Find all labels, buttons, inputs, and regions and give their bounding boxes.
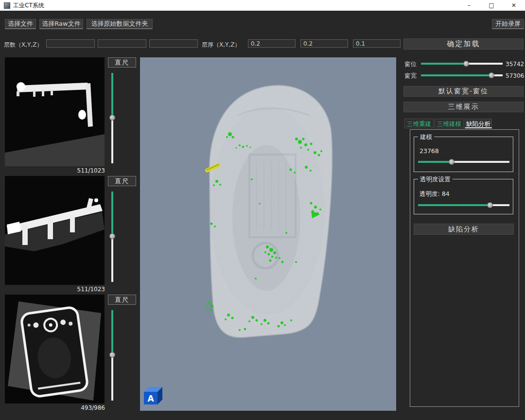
window-level-label: 窗位 (404, 60, 417, 69)
window-title: 工业CT系统 (13, 1, 44, 10)
window-width-label: 窗宽 (404, 72, 417, 80)
select-folder-button[interactable]: 选择原始数据文件夹 (87, 19, 153, 29)
close-button[interactable]: ✕ (503, 0, 525, 11)
window-level-value: 35742 (506, 61, 524, 68)
slider-handle[interactable] (449, 159, 455, 165)
slice-position-3: 493/986 (29, 404, 105, 411)
select-file-button[interactable]: 选择文件 (5, 19, 36, 29)
default-window-button[interactable]: 默认窗宽-窗位 (403, 86, 524, 97)
slider-fill (111, 192, 113, 237)
ct-slice-2-image[interactable] (5, 176, 105, 285)
minimize-button[interactable]: – (458, 0, 480, 11)
layers-label: 层数（X,Y,Z） (4, 41, 42, 49)
window-width-slider[interactable] (421, 72, 503, 79)
display-3d-button[interactable]: 三维展示 (403, 102, 524, 112)
modeling-group-title: 建模 (418, 133, 434, 141)
modeling-value: 23768 (420, 147, 439, 155)
ruler-button-3[interactable]: 直尺 (108, 295, 136, 305)
window-controls: – □ ✕ (458, 0, 525, 11)
logo-cube-icon: A (144, 387, 162, 404)
defect-analysis-button[interactable]: 缺陷分析 (414, 224, 514, 235)
slice-slider-2[interactable] (109, 192, 116, 282)
start-record-button[interactable]: 开始录屏 (492, 19, 524, 29)
transparency-slider[interactable] (418, 202, 509, 209)
thickness-label: 层厚（X,Y,Z） (202, 41, 240, 49)
slider-fill (418, 204, 490, 206)
ruler-button-2[interactable]: 直尺 (108, 176, 136, 186)
ruler-button-1[interactable]: 直尺 (108, 57, 136, 68)
slice-position-2: 511/1023 (29, 286, 105, 293)
tab-3d-modeling[interactable]: 三维建模 (435, 119, 464, 128)
window-level-slider[interactable] (421, 60, 503, 67)
layers-y-field[interactable] (98, 39, 146, 48)
modeling-slider[interactable] (418, 158, 509, 165)
ct-slice-1-graphic (5, 57, 105, 166)
layers-x-field[interactable] (46, 39, 95, 48)
thickness-x-field[interactable] (248, 39, 296, 48)
thickness-z-field[interactable] (353, 39, 401, 48)
reconstruction-3d-graphic: A (140, 57, 396, 411)
app-icon (4, 2, 10, 9)
slider-fill (418, 161, 452, 163)
maximize-button[interactable]: □ (480, 0, 503, 11)
slider-handle[interactable] (489, 72, 494, 78)
window-width-value: 57306 (506, 72, 524, 79)
slider-fill (421, 74, 492, 76)
slider-handle[interactable] (463, 61, 469, 67)
confirm-load-button[interactable]: 确定加载 (403, 38, 524, 50)
slider-handle[interactable] (109, 115, 115, 121)
select-raw-button[interactable]: 选择Raw文件 (39, 19, 83, 29)
thickness-y-field[interactable] (300, 39, 348, 48)
logo-letter: A (147, 394, 154, 403)
slider-fill (111, 73, 113, 118)
tab-3d-reconstruction[interactable]: 三维重建 (404, 119, 434, 128)
tab-defect-analysis[interactable]: 缺陷分析 (465, 119, 492, 128)
layers-z-field[interactable] (149, 39, 198, 48)
slider-fill (111, 310, 113, 355)
slider-fill (421, 63, 467, 65)
slice-slider-3[interactable] (109, 310, 116, 401)
ct-slice-2-graphic (5, 176, 105, 285)
viewport-3d[interactable]: A (140, 57, 396, 411)
ct-slice-1-image[interactable] (5, 57, 105, 166)
slider-handle[interactable] (109, 233, 115, 239)
ct-slice-3-image[interactable] (5, 295, 105, 403)
title-bar: 工业CT系统 – □ ✕ (0, 0, 525, 11)
slider-handle[interactable] (487, 202, 493, 208)
slider-handle[interactable] (109, 352, 115, 358)
transparency-group-title: 透明度设置 (418, 175, 453, 184)
transparency-value-label: 透明度: 84 (420, 190, 450, 198)
slice-position-1: 511/1023 (29, 167, 105, 174)
slice-slider-1[interactable] (109, 73, 116, 163)
ct-slice-3-graphic (5, 295, 105, 403)
